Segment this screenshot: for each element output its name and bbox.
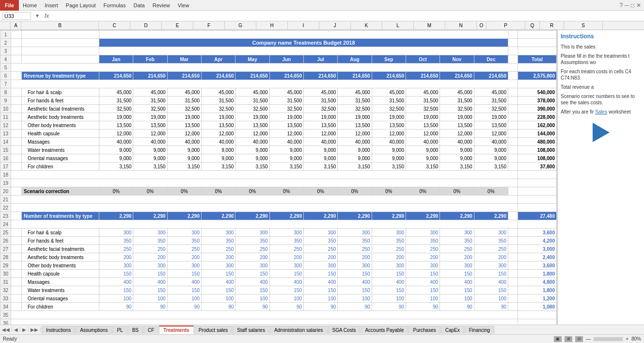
view-pagebreak-icon[interactable]: ⊟: [575, 336, 583, 342]
status-bar: Ready ▣ ⊞ ⊟ — + 80%: [0, 334, 644, 343]
treatment-row: 9 For hands & feet 31,500 31,500 31,500 …: [0, 97, 557, 105]
table-row: 5: [0, 64, 557, 72]
num-treatment-row: 29 Other body treatments 300 300 300 300…: [0, 261, 557, 270]
tab-pl[interactable]: PL: [112, 326, 127, 334]
tab-assumptions[interactable]: Assumptions: [76, 326, 112, 334]
col-l-header[interactable]: L: [382, 21, 414, 30]
tab-financing[interactable]: Financing: [465, 326, 494, 334]
menu-bar: File Home Insert Page Layout Formulas Da…: [0, 0, 644, 11]
formula-input[interactable]: [52, 13, 644, 19]
menu-view[interactable]: View: [174, 1, 193, 9]
col-q-header[interactable]: Q: [525, 21, 540, 30]
file-button[interactable]: File: [0, 0, 19, 11]
num-treatment-row: 34 For children 90 90 90 90 90 90 90 90 …: [0, 303, 557, 311]
num-treatment-row: 32 Water treatments 150 150 150 150 150 …: [0, 286, 557, 294]
col-n-header[interactable]: N: [445, 21, 477, 30]
tab-admin-salaries[interactable]: Administration salaries: [270, 326, 328, 334]
table-row: 21: [0, 196, 557, 204]
restore-icon[interactable]: □: [631, 2, 634, 9]
col-m-header[interactable]: M: [414, 21, 445, 30]
tab-nav-prev-one[interactable]: ◀: [12, 327, 20, 332]
table-row: 2 Company name Treatments Budget 2018: [0, 39, 557, 47]
column-headers: A B C D E F G H I J K L M N O P Q R S: [0, 21, 644, 30]
spreadsheet[interactable]: 1 2 Company name Treatments Budget 2018 …: [0, 30, 557, 325]
instructions-text1: This is the sales: [561, 44, 641, 50]
col-d-header[interactable]: D: [130, 21, 162, 30]
tab-staff-salaries[interactable]: Staff salaries: [233, 326, 269, 334]
menu-insert[interactable]: Insert: [41, 1, 62, 9]
main-area: 1 2 Company name Treatments Budget 2018 …: [0, 30, 644, 325]
status-right: ▣ ⊞ ⊟ — + 80%: [554, 336, 641, 342]
tab-sga-costs[interactable]: SGA Costs: [328, 326, 361, 334]
status-ready: Ready: [3, 336, 17, 342]
instructions-text3: For each treatm costs in cells C4 C74:N8…: [561, 68, 641, 81]
instructions-text6: After you are fir Sales worksheet: [561, 109, 641, 115]
view-layout-icon[interactable]: ⊞: [565, 336, 572, 342]
instructions-link[interactable]: Sales: [595, 109, 607, 114]
zoom-level: 80%: [631, 336, 641, 342]
col-g-header[interactable]: G: [225, 21, 256, 30]
col-s-header[interactable]: S: [564, 21, 603, 30]
tab-treatments[interactable]: Treatments: [159, 326, 193, 334]
col-p-header[interactable]: P: [487, 21, 525, 30]
view-normal-icon[interactable]: ▣: [554, 336, 562, 342]
instructions-text4: Total revenue a: [561, 84, 641, 90]
col-k-header[interactable]: K: [351, 21, 382, 30]
table-row: 7: [0, 80, 557, 88]
zoom-plus-icon[interactable]: +: [626, 336, 628, 342]
zoom-slider[interactable]: [594, 337, 623, 341]
cell-reference[interactable]: [2, 12, 31, 20]
col-i-header[interactable]: I: [288, 21, 319, 30]
formula-bar: ▼ fx: [0, 11, 644, 21]
tab-accounts-payable[interactable]: Accounts Payable: [361, 326, 408, 334]
num-treatment-row: 26 For hands & feet 350 350 350 350 350 …: [0, 237, 557, 245]
sheet-tabs-bar: ◀◀ ◀ ▶ ▶▶ Instructions Assumptions PL BS…: [0, 325, 644, 334]
fx-icon: fx: [42, 13, 52, 19]
tab-capex[interactable]: CapEx: [441, 326, 464, 334]
tab-product-sales[interactable]: Product sales: [194, 326, 233, 334]
col-b-header[interactable]: B: [21, 21, 99, 30]
treatment-row: 11 Aesthetic body treatments 19,000 19,0…: [0, 113, 557, 121]
tab-purchases[interactable]: Purchases: [408, 326, 440, 334]
col-f-header[interactable]: F: [193, 21, 225, 30]
menu-home[interactable]: Home: [19, 1, 41, 9]
zoom-minus-icon[interactable]: —: [586, 336, 591, 342]
instructions-panel: Instructions This is the sales Please fi…: [557, 30, 644, 325]
col-o-header[interactable]: O: [477, 21, 487, 30]
menu-data[interactable]: Data: [129, 1, 148, 9]
close-icon[interactable]: ✕: [636, 2, 641, 9]
num-treatment-row: 30 Health capsule 150 150 150 150 150 15…: [0, 270, 557, 278]
table-row: 24: [0, 220, 557, 229]
col-r-header[interactable]: R: [540, 21, 564, 30]
treatment-row: 8 For hair & scalp 45,000 45,000 45,000 …: [0, 88, 557, 97]
tab-cf[interactable]: CF: [143, 326, 158, 334]
menu-review[interactable]: Review: [149, 1, 174, 9]
tab-nav-prev[interactable]: ◀◀: [0, 327, 12, 332]
treatment-row: 15 Water treatments 9,000 9,000 9,000 9,…: [0, 146, 557, 154]
tab-nav-next[interactable]: ▶▶: [29, 327, 41, 332]
menu-page-layout[interactable]: Page Layout: [62, 1, 100, 9]
num-treatments-header-row: 23 Number of treatments by type 2,290 2,…: [0, 212, 557, 220]
table-row: 18: [0, 171, 557, 179]
table-row: 22: [0, 204, 557, 212]
col-h-header[interactable]: H: [256, 21, 288, 30]
tab-nav-next-one[interactable]: ▶: [20, 327, 29, 332]
treatment-row: 12 Other body treatments 13,500 13,500 1…: [0, 121, 557, 130]
scenario-correction-row: 20 Scenario correction 0% 0% 0% 0% 0% 0%…: [0, 187, 557, 196]
minimize-icon[interactable]: ─: [625, 2, 629, 9]
treatment-row: 16 Oriental massages 9,000 9,000 9,000 9…: [0, 154, 557, 163]
menu-formulas[interactable]: Formulas: [100, 1, 130, 9]
instructions-title: Instructions: [561, 33, 641, 40]
table-row: 19: [0, 179, 557, 187]
col-j-header[interactable]: J: [319, 21, 351, 30]
col-e-header[interactable]: E: [162, 21, 193, 30]
table-row: 1: [0, 31, 557, 39]
col-c-header[interactable]: C: [99, 21, 130, 30]
tab-bs[interactable]: BS: [128, 326, 143, 334]
arrow-right-icon: [593, 123, 610, 142]
tab-instructions[interactable]: Instructions: [42, 326, 75, 334]
help-icon[interactable]: ?: [620, 2, 623, 9]
num-treatment-row: 25 For hair & scalp 300 300 300 300 300 …: [0, 229, 557, 237]
revenue-header-row: 6 Revenue by treatment type 214,650 214,…: [0, 72, 557, 80]
col-a-header[interactable]: A: [11, 21, 21, 30]
